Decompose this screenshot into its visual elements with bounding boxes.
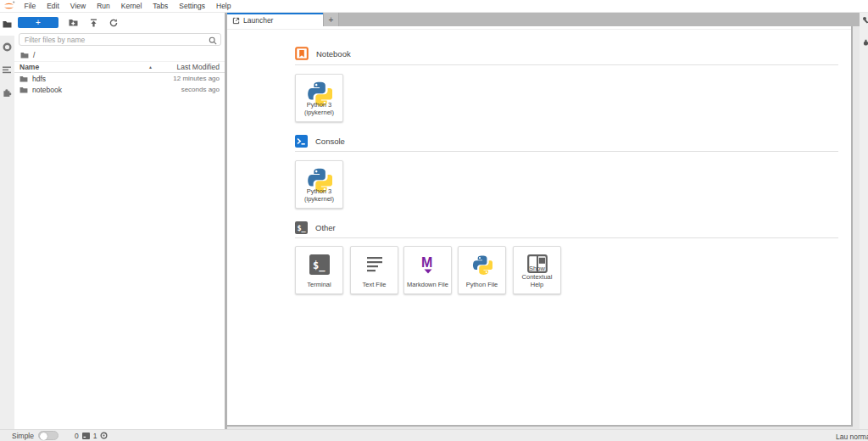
kernel-count: 1	[93, 432, 97, 440]
main-dock: Launcher + Notebook Python 3 (ipykernel)	[227, 13, 860, 429]
folder-icon	[19, 75, 28, 82]
column-header-name[interactable]: Name	[19, 63, 148, 71]
card-label: Terminal	[298, 281, 341, 289]
menu-bar: File Edit View Run Kernel Tabs Settings …	[0, 0, 868, 13]
status-bar: Simple 0 1 Lau norma	[0, 429, 868, 441]
status-right-text: Lau norma	[836, 433, 868, 441]
launcher-panel: Notebook Python 3 (ipykernel) Console	[227, 26, 853, 427]
card-label: Show Contextual Help	[515, 265, 559, 289]
card-label: Python File	[460, 281, 504, 289]
section-header-notebook: Notebook	[295, 47, 351, 60]
kernel-count-icon	[100, 432, 108, 439]
card-label: Text File	[353, 281, 396, 289]
divider	[227, 29, 851, 30]
sidebar-tab-filebrowser[interactable]	[0, 13, 14, 36]
launcher-card-terminal[interactable]: $_ Terminal	[295, 246, 343, 294]
extension-manager-icon	[3, 88, 12, 98]
svg-text:M: M	[421, 255, 432, 270]
plus-icon: +	[36, 19, 41, 27]
launcher-card-console-python3[interactable]: Python 3 (ipykernel)	[295, 160, 343, 209]
card-label: Python 3 (ipykernel)	[298, 187, 341, 204]
filter-files-input-wrap	[19, 33, 221, 46]
upload-icon	[90, 19, 97, 27]
file-browser-toolbar: +	[14, 13, 225, 32]
tab-launcher[interactable]: Launcher	[227, 13, 323, 26]
section-title: Notebook	[316, 49, 351, 59]
file-name: hdfs	[32, 75, 46, 83]
plus-icon: +	[329, 15, 334, 25]
section-header-other: $_ Other	[295, 220, 336, 234]
home-folder-icon[interactable]	[20, 52, 29, 59]
right-sidebar	[860, 13, 868, 429]
sidebar-tab-extensions[interactable]	[0, 81, 14, 104]
tab-label: Launcher	[243, 16, 273, 25]
new-folder-button[interactable]	[63, 19, 83, 26]
file-modified: 12 minutes ago	[50, 75, 220, 82]
jupyter-logo-icon	[3, 1, 15, 11]
breadcrumb-root[interactable]: /	[33, 51, 35, 59]
menu-run[interactable]: Run	[92, 0, 116, 12]
running-sessions-icon	[3, 42, 12, 52]
launcher-icon	[232, 17, 240, 25]
terminal-icon: $_	[296, 254, 342, 275]
new-folder-icon	[69, 19, 78, 26]
file-list-header: Name ▲ Last Modified	[14, 61, 225, 73]
notebook-icon	[295, 47, 309, 60]
card-label: Python 3 (ipykernel)	[298, 101, 341, 118]
text-file-icon	[351, 254, 398, 275]
tab-bar: Launcher +	[227, 13, 860, 26]
refresh-icon	[109, 19, 118, 27]
property-inspector-icon[interactable]	[862, 16, 868, 24]
section-header-console: Console	[295, 134, 345, 148]
file-row-notebook[interactable]: notebook seconds ago	[14, 84, 225, 95]
section-title: Console	[315, 137, 345, 146]
console-icon	[295, 135, 308, 148]
card-label: Markdown File	[406, 281, 449, 289]
menu-settings[interactable]: Settings	[174, 0, 211, 12]
file-name: notebook	[32, 86, 62, 94]
sort-caret-icon: ▲	[148, 64, 160, 70]
terminal-icon: $_	[295, 221, 308, 234]
menu-help[interactable]: Help	[211, 0, 236, 12]
filter-files-input[interactable]	[19, 34, 220, 45]
table-of-contents-icon	[3, 66, 12, 74]
svg-text:$_: $_	[297, 223, 306, 232]
file-modified: seconds ago	[66, 86, 220, 93]
svg-text:$_: $_	[313, 260, 326, 272]
divider	[295, 64, 838, 65]
new-launcher-button[interactable]: +	[18, 17, 58, 28]
search-icon	[209, 36, 217, 45]
sidebar-tab-toc[interactable]	[0, 59, 14, 81]
markdown-icon: M	[404, 254, 451, 275]
divider	[295, 237, 838, 238]
file-browser-panel: +	[14, 13, 225, 429]
python-logo-icon	[459, 254, 505, 275]
kernel-terminal-counts[interactable]: 0 1	[75, 432, 108, 440]
launcher-card-python-file[interactable]: Python File	[458, 246, 506, 294]
folder-icon	[3, 20, 12, 28]
menu-tabs[interactable]: Tabs	[147, 0, 174, 12]
new-tab-button[interactable]: +	[323, 13, 339, 26]
simple-mode-toggle[interactable]	[38, 431, 58, 440]
divider	[295, 151, 838, 152]
folder-icon	[19, 87, 28, 93]
simple-mode-label: Simple	[12, 432, 34, 440]
left-sidebar	[0, 13, 14, 429]
toggle-knob	[40, 433, 47, 440]
launcher-card-notebook-python3[interactable]: Python 3 (ipykernel)	[295, 74, 343, 122]
menu-kernel[interactable]: Kernel	[115, 0, 147, 12]
file-row-hdfs[interactable]: hdfs 12 minutes ago	[14, 73, 225, 84]
menu-edit[interactable]: Edit	[42, 0, 65, 12]
menu-view[interactable]: View	[64, 0, 91, 12]
launcher-card-markdown-file[interactable]: M Markdown File	[403, 246, 452, 294]
debugger-icon[interactable]	[862, 39, 868, 47]
sidebar-tab-running[interactable]	[0, 36, 14, 59]
column-header-modified[interactable]: Last Modified	[160, 63, 220, 71]
section-title: Other	[315, 223, 336, 232]
refresh-button[interactable]	[103, 19, 124, 27]
launcher-card-contextual-help[interactable]: Show Contextual Help	[513, 246, 561, 294]
launcher-card-text-file[interactable]: Text File	[350, 246, 398, 294]
menu-file[interactable]: File	[19, 0, 42, 12]
upload-button[interactable]	[83, 19, 103, 27]
terminal-count: 0	[75, 432, 79, 440]
